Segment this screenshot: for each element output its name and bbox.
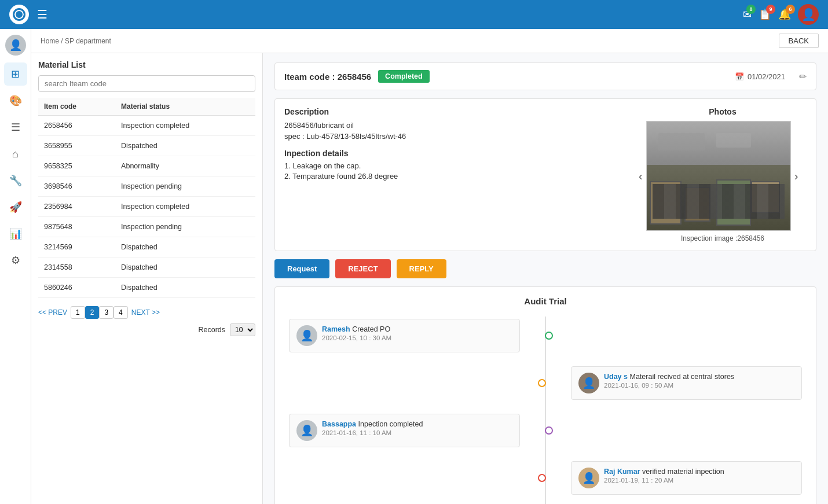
dot-col-2 <box>525 379 559 387</box>
status-cell: Dispatched <box>115 136 255 156</box>
warehouse-photo <box>647 122 790 230</box>
audit-section: Audit Trial 👤 Ramesh Cre <box>274 286 816 504</box>
audit-title: Audit Trial <box>284 296 807 306</box>
audit-time-uday: 2021-01-16, 09 : 50 AM <box>604 382 734 389</box>
audit-time-bassappa: 2021-01-16, 11 : 10 AM <box>322 429 423 436</box>
records-select[interactable]: 10 20 50 <box>230 323 255 336</box>
sidebar-user-avatar[interactable]: 👤 <box>5 35 26 56</box>
inspection-details: Inpection details 1. Leakage on the cap.… <box>284 149 627 181</box>
reject-button[interactable]: REJECT <box>335 259 390 278</box>
records-row: Records 10 20 50 <box>38 323 255 336</box>
sidebar-item-settings[interactable]: ⚙ <box>4 249 27 272</box>
audit-entry-ramesh: 👤 Ramesh Created PO 2020-02-15, 10 : 30 … <box>284 317 532 355</box>
page-button-2[interactable]: 2 <box>85 306 100 319</box>
audit-action-bassappa: Inpection completed <box>358 420 423 428</box>
search-input[interactable] <box>38 75 255 92</box>
calendar-icon: 📅 <box>735 72 744 81</box>
audit-row-2: 👤 Uday s Materail recived at central sto… <box>284 364 807 402</box>
sidebar-item-chart[interactable]: 📊 <box>4 222 27 245</box>
col-material-status: Material status <box>115 98 255 116</box>
audit-action-uday: Materail recived at central stores <box>629 373 734 381</box>
carousel-prev-button[interactable]: ‹ <box>639 170 643 183</box>
item-code-cell: 9875648 <box>38 217 115 237</box>
mail-nav-item[interactable]: ✉ 8 <box>743 8 752 21</box>
item-code-cell: 2314558 <box>38 257 115 278</box>
status-cell: Inspection completed <box>115 116 255 136</box>
inspection-item-2: 2. Temparature found 26.8 degree <box>284 172 627 181</box>
item-code-cell: 9658325 <box>38 156 115 176</box>
back-button[interactable]: BACK <box>779 34 819 48</box>
page-button-1[interactable]: 1 <box>71 306 85 319</box>
hamburger-menu[interactable]: ☰ <box>37 8 47 21</box>
description-label: Description <box>284 107 627 116</box>
audit-text-uday: Uday s Materail recived at central store… <box>604 373 734 389</box>
audit-timeline-wrapper: 👤 Ramesh Created PO 2020-02-15, 10 : 30 … <box>284 317 807 504</box>
item-code-cell: 3214569 <box>38 237 115 257</box>
table-row[interactable]: 2314558Dispatched <box>38 257 255 278</box>
audit-entry-bassappa: 👤 Bassappa Inpection completed 2021-01-1… <box>284 411 532 450</box>
audit-text-rajkumar: Raj Kumar verified material inpection 20… <box>604 468 724 484</box>
reply-button[interactable]: REPLY <box>397 259 446 278</box>
table-row[interactable]: 5860246Dispatched <box>38 278 255 298</box>
audit-row-4: 👤 Raj Kumar verified material inpection … <box>284 459 807 497</box>
bell-nav-item[interactable]: 🔔 6 <box>778 8 791 21</box>
avatar-img: 👤 <box>801 8 816 21</box>
timeline-dot-1 <box>545 332 553 340</box>
next-link[interactable]: NEXT >> <box>131 308 160 317</box>
prev-link[interactable]: << PREV <box>38 308 67 317</box>
dot-col-1 <box>532 332 566 340</box>
item-code-label: Iteam code : 2658456 <box>284 72 371 82</box>
table-row[interactable]: 3698546Inspection pending <box>38 176 255 197</box>
mail-badge: 8 <box>746 5 756 14</box>
avatar-ramesh: 👤 <box>296 325 317 346</box>
sidebar-item-palette[interactable]: 🎨 <box>4 89 27 112</box>
status-cell: Abnormality <box>115 156 255 176</box>
breadcrumb-bar: Home / SP department BACK <box>31 29 828 53</box>
docs-badge: 9 <box>766 5 775 14</box>
timeline-dot-3 <box>545 426 553 435</box>
table-row[interactable]: 3214569Dispatched <box>38 237 255 257</box>
photos-label: Photos <box>639 107 807 116</box>
table-row[interactable]: 2658456Inspection completed <box>38 116 255 136</box>
sidebar-item-wrench[interactable]: 🔧 <box>4 169 27 192</box>
avatar-uday: 👤 <box>578 373 599 393</box>
sidebar-item-rocket[interactable]: 🚀 <box>4 196 27 219</box>
status-cell: Dispatched <box>115 257 255 278</box>
docs-nav-item[interactable]: 📋 9 <box>759 8 771 21</box>
topnav-right: ✉ 8 📋 9 🔔 6 👤 <box>743 4 819 25</box>
material-list-panel: Material List Item code Material status … <box>31 53 263 504</box>
table-row[interactable]: 3658955Dispatched <box>38 136 255 156</box>
table-row[interactable]: 9658325Abnormality <box>38 156 255 176</box>
description-section: Description 2658456/lubricant oil spec :… <box>274 98 816 251</box>
user-avatar-top[interactable]: 👤 <box>798 4 819 25</box>
logo-inner <box>13 8 25 21</box>
sidebar-item-grid[interactable]: ⊞ <box>4 62 27 86</box>
audit-time-ramesh: 2020-02-15, 10 : 30 AM <box>322 334 391 341</box>
breadcrumb-home[interactable]: Home <box>41 37 59 45</box>
item-code-prefix: Iteam code : <box>284 72 335 82</box>
carousel-next-button[interactable]: › <box>794 170 798 183</box>
status-cell: Inspection pending <box>115 176 255 197</box>
sidebar-item-home[interactable]: ⌂ <box>4 142 27 165</box>
breadcrumb: Home / SP department <box>41 37 111 45</box>
breadcrumb-separator: / <box>61 37 63 45</box>
inspection-item-1: 1. Leakage on the cap. <box>284 161 627 170</box>
audit-card-ramesh: 👤 Ramesh Created PO 2020-02-15, 10 : 30 … <box>289 319 520 352</box>
app-logo <box>9 5 29 24</box>
inspection-title: Inpection details <box>284 149 627 158</box>
page-button-4[interactable]: 4 <box>113 306 128 319</box>
sidebar-item-list[interactable]: ☰ <box>4 116 27 139</box>
table-row[interactable]: 9875648Inspection pending <box>38 217 255 237</box>
table-row[interactable]: 2356984Inspection completed <box>38 197 255 217</box>
request-button[interactable]: Request <box>274 259 329 278</box>
audit-name-bassappa: Bassappa <box>322 420 356 428</box>
audit-row-3: 👤 Bassappa Inpection completed 2021-01-1… <box>284 411 807 450</box>
edit-icon[interactable]: ✏ <box>799 71 807 82</box>
sidebar: 👤 ⊞ 🎨 ☰ ⌂ 🔧 🚀 📊 ⚙ <box>0 29 31 504</box>
status-cell: Dispatched <box>115 278 255 298</box>
page-button-3[interactable]: 3 <box>99 306 113 319</box>
bell-badge: 6 <box>786 5 795 14</box>
detail-panel: Iteam code : 2658456 Completed 📅 01/02/2… <box>263 53 828 504</box>
dot-col-4 <box>525 474 559 482</box>
status-cell: Inspection completed <box>115 197 255 217</box>
